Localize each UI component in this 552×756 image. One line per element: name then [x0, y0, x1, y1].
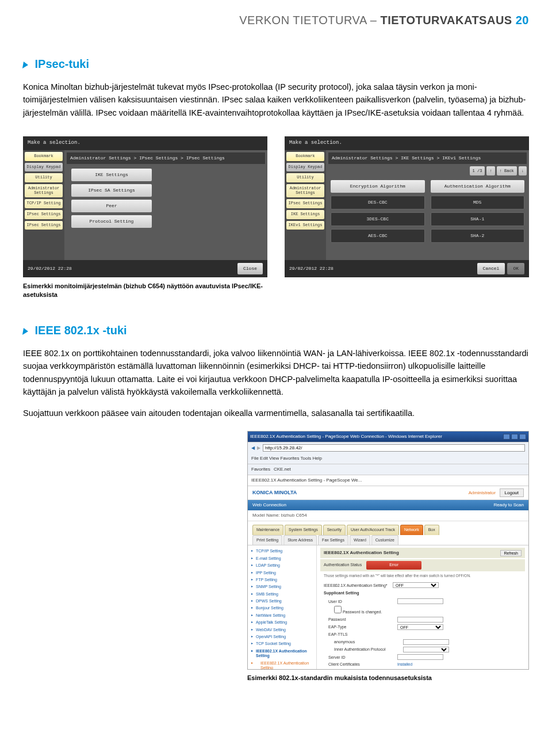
- forward-icon[interactable]: ▶: [257, 445, 260, 452]
- refresh-button[interactable]: Refresh: [500, 550, 522, 556]
- mfp2-auth-sha1[interactable]: SHA-1: [431, 212, 525, 226]
- panel-title: IEEE802.1X Authentication Setting: [324, 549, 399, 556]
- mfp1-tab-tcpip[interactable]: TCP/IP Setting: [25, 199, 63, 208]
- section-title-ieee: IEEE 802.1x -tuki: [23, 322, 529, 339]
- back-icon[interactable]: ◀: [251, 445, 255, 452]
- mfp1-breadcrumb: Administrator Settings > IPsec Settings …: [67, 152, 265, 164]
- side-ipp[interactable]: IPP Setting: [250, 570, 314, 576]
- side-ieee-setting[interactable]: IEEE802.1X Authentication Setting: [250, 660, 314, 670]
- tab-maintenance[interactable]: Maintenance: [252, 525, 283, 535]
- tab-system[interactable]: System Settings: [285, 525, 322, 535]
- favorites-label[interactable]: Favorites: [251, 466, 270, 473]
- mfp2-page-indicator: 1 /3: [470, 166, 485, 176]
- status-ready: Ready to Scan: [494, 502, 524, 509]
- side-webdav[interactable]: WebDAV Setting: [250, 627, 314, 633]
- mfp1-item-ike[interactable]: IKE Settings: [71, 169, 152, 181]
- input-serverid[interactable]: [397, 654, 443, 660]
- subtab-customize[interactable]: Customize: [371, 535, 398, 545]
- close-icon[interactable]: [519, 434, 526, 440]
- mfp1-tab-ipsec2[interactable]: IPsec Settings: [25, 221, 63, 230]
- subtab-wizard[interactable]: Wizard: [350, 535, 370, 545]
- side-netware[interactable]: NetWare Setting: [250, 612, 314, 619]
- mfp1-tab-admin[interactable]: Administrator Settings: [25, 184, 63, 197]
- mfp1-item-peer[interactable]: Peer: [71, 200, 152, 212]
- side-ftp[interactable]: FTP Setting: [250, 576, 314, 583]
- auth-status-label: Authentication Status: [324, 562, 362, 568]
- mfp2-down-button[interactable]: ↓: [519, 166, 527, 176]
- sel-auth-setting[interactable]: OFF: [393, 582, 439, 588]
- side-openapi[interactable]: OpenAPI Setting: [250, 633, 314, 640]
- mfp2-tab-utility[interactable]: Utility: [286, 173, 324, 182]
- side-tcpsocket[interactable]: TCP Socket Setting: [250, 640, 314, 647]
- address-input[interactable]: [263, 444, 525, 452]
- mfp2-enc-aes[interactable]: AES-CBC: [331, 229, 425, 243]
- sel-innerauth[interactable]: [403, 647, 449, 652]
- minimize-icon[interactable]: [503, 434, 510, 440]
- side-email[interactable]: E-mail Setting: [250, 555, 314, 562]
- mfp1-tab-ipsec[interactable]: IPsec Settings: [25, 210, 63, 219]
- favorites-item[interactable]: CKE.net: [274, 466, 291, 473]
- val-clientcert[interactable]: Installed: [397, 662, 522, 668]
- brand-logo: KONICA MINOLTA: [252, 489, 297, 497]
- ipsec-title-text: IPsec-tuki: [35, 58, 89, 70]
- web-sidebar: TCP/IP Setting E-mail Setting LDAP Setti…: [248, 545, 317, 669]
- side-dpws[interactable]: DPWS Setting: [250, 598, 314, 605]
- input-userid[interactable]: [397, 598, 443, 604]
- tab-userauth[interactable]: User Auth/Account Track: [347, 525, 399, 535]
- mfp2-auth-sha2[interactable]: SHA-2: [431, 229, 525, 243]
- side-ieee-parent[interactable]: IEEE802.1X Authentication Setting: [250, 648, 314, 660]
- mfp2-auth-md5[interactable]: MD5: [431, 196, 525, 209]
- mfp2-enc-3des[interactable]: 3DES-CBC: [331, 212, 425, 226]
- mfp2-up-button[interactable]: ↑: [486, 166, 494, 176]
- mfp1-tab-utility[interactable]: Utility: [25, 173, 63, 182]
- mfp2-tab-keypad[interactable]: Display Keypad: [286, 163, 324, 172]
- mfp2-ok-button[interactable]: OK: [507, 263, 524, 274]
- arrow-icon: [22, 328, 29, 335]
- mfp2-tab-ike[interactable]: IKE Settings: [286, 210, 324, 219]
- header-section: TIETOTURVAKATSAUS: [380, 14, 512, 26]
- product-name: Web Connection: [252, 502, 286, 509]
- mfp2-tab-bookmark[interactable]: Bookmark: [286, 152, 324, 161]
- mfp-screen-ipsec-settings: Make a selection. Bookmark Display Keypa…: [23, 136, 267, 277]
- tab-security[interactable]: Security: [323, 525, 346, 535]
- side-bonjour[interactable]: Bonjour Setting: [250, 605, 314, 612]
- mfp1-tab-bookmark[interactable]: Bookmark: [25, 152, 63, 161]
- mfp2-enc-des[interactable]: DES-CBC: [331, 196, 425, 209]
- mfp1-tab-keypad[interactable]: Display Keypad: [25, 163, 63, 172]
- side-ldap[interactable]: LDAP Setting: [250, 562, 314, 569]
- header-page-number: 20: [516, 14, 529, 26]
- auth-status-value: Error: [366, 561, 421, 570]
- input-anonymous[interactable]: [403, 639, 449, 645]
- browser-tab[interactable]: IEEE802.1X Authentication Setting - Page…: [248, 475, 528, 486]
- subtab-print[interactable]: Print Setting: [252, 535, 282, 545]
- mfp2-tab-ipsec[interactable]: IPsec Settings: [286, 199, 324, 208]
- mfp1-header: Make a selection.: [23, 136, 267, 150]
- chk-pwchanged[interactable]: [334, 606, 342, 613]
- page-header: VERKON TIETOTURVA – TIETOTURVAKATSAUS 20: [23, 0, 529, 46]
- subtab-fax[interactable]: Fax Settings: [318, 535, 348, 545]
- side-tcpip[interactable]: TCP/IP Setting: [250, 548, 314, 555]
- lbl-serverid: Server ID: [328, 655, 397, 661]
- sel-eaptype[interactable]: OFF: [397, 624, 443, 630]
- mfp1-item-sa[interactable]: IPsec SA Settings: [71, 184, 152, 197]
- tab-box[interactable]: Box: [424, 525, 439, 535]
- mfp2-tab-admin[interactable]: Administrator Settings: [286, 184, 324, 197]
- side-snmp[interactable]: SNMP Setting: [250, 583, 314, 590]
- mfp2-cancel-button[interactable]: Cancel: [477, 263, 505, 274]
- lbl-eaptype: EAP-Type: [328, 624, 397, 631]
- maximize-icon[interactable]: [511, 434, 518, 440]
- input-password[interactable]: [397, 617, 443, 623]
- tab-network[interactable]: Network: [400, 525, 423, 535]
- mfp1-sidebar: Bookmark Display Keypad Utility Administ…: [23, 150, 64, 261]
- mfp1-item-protocol[interactable]: Protocol Setting: [71, 215, 152, 228]
- logout-button[interactable]: Logout: [500, 488, 524, 497]
- mfp2-tab-ikev1[interactable]: IKEv1 Settings: [286, 221, 324, 230]
- mfp2-header: Make a selection.: [285, 136, 529, 150]
- mfp2-back-button[interactable]: ↑ Back: [497, 166, 517, 176]
- side-appletalk[interactable]: AppleTalk Setting: [250, 619, 314, 626]
- side-smb[interactable]: SMB Setting: [250, 591, 314, 598]
- mfp2-breadcrumb: Administrator Settings > IKE Settings > …: [328, 152, 527, 164]
- subtab-store[interactable]: Store Address: [283, 535, 317, 545]
- mfp1-close-button[interactable]: Close: [237, 263, 263, 274]
- browser-menu[interactable]: File Edit View Favorites Tools Help: [248, 453, 528, 464]
